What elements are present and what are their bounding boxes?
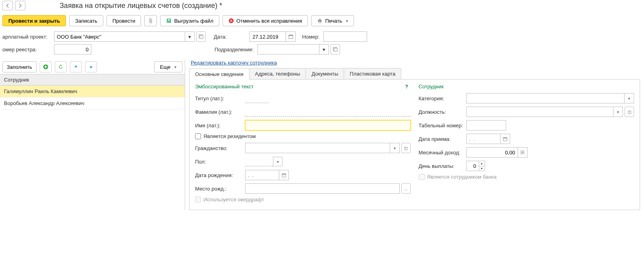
date-calendar-button[interactable]	[286, 31, 296, 42]
add-button[interactable]	[40, 61, 52, 72]
tab-addresses[interactable]: Адреса, телефоны	[249, 68, 306, 79]
svg-rect-10	[334, 48, 337, 51]
attach-button[interactable]	[144, 15, 157, 26]
citizenship-dropdown-button[interactable]: ▾	[390, 143, 400, 153]
emboss-section-title: Эмбоссированный текст?	[195, 84, 411, 90]
cancel-fixes-label: Отменить все исправления	[236, 18, 302, 24]
category-input[interactable]	[466, 93, 625, 103]
position-dropdown-button[interactable]: ▾	[613, 107, 623, 117]
hiredate-input[interactable]	[466, 134, 501, 144]
svg-rect-6	[200, 35, 203, 39]
edit-employee-link[interactable]: Редактировать карточку сотрудника	[189, 60, 277, 68]
move-down-button[interactable]	[85, 61, 97, 72]
category-dropdown-button[interactable]: ▾	[625, 93, 634, 103]
tab-documents[interactable]: Документы	[306, 68, 344, 79]
nav-forward-button[interactable]	[15, 1, 25, 10]
post-button[interactable]: Провести	[106, 15, 141, 26]
tab-bar: Основные сведения Адреса, телефоны Докум…	[189, 68, 640, 80]
citizenship-open-button[interactable]: ◫	[401, 143, 411, 153]
payday-up-button[interactable]: ▲	[479, 161, 485, 166]
dept-label: Подразделение:	[215, 47, 253, 53]
svg-rect-13	[282, 173, 286, 174]
gender-dropdown-button[interactable]: ▾	[273, 157, 282, 166]
citizenship-label: Гражданство:	[195, 145, 242, 151]
move-up-button[interactable]	[70, 61, 82, 72]
employee-section-title: Сотрудник	[419, 84, 634, 90]
surname-input[interactable]	[245, 107, 411, 117]
dept-dropdown-button[interactable]: ▾	[319, 44, 329, 55]
tabnum-label: Табельный номер:	[419, 123, 463, 129]
tab-main[interactable]: Основные сведения	[189, 68, 249, 80]
date-input[interactable]	[249, 31, 286, 42]
registry-label: омер реестра:	[2, 47, 50, 53]
overdraft-checkbox	[195, 197, 201, 203]
overdraft-label: Используется овердрафт	[203, 197, 264, 203]
hiredate-label: Дата приема:	[419, 136, 463, 142]
help-icon[interactable]: ?	[405, 84, 408, 90]
project-input[interactable]	[54, 31, 185, 42]
position-input[interactable]	[466, 107, 614, 117]
birthdate-input[interactable]	[245, 170, 279, 180]
citizenship-input[interactable]	[245, 143, 390, 153]
employee-column-header[interactable]: Сотрудник	[0, 74, 185, 86]
payday-input[interactable]	[466, 161, 479, 171]
svg-rect-15	[503, 137, 507, 138]
tabnum-input[interactable]	[466, 120, 506, 130]
birthplace-more-button[interactable]: …	[401, 183, 411, 194]
category-label: Категория:	[419, 95, 463, 101]
gender-input[interactable]	[245, 157, 273, 166]
number-label: Номер:	[302, 34, 319, 40]
income-calc-button[interactable]	[518, 147, 528, 158]
position-label: Должность:	[419, 109, 463, 115]
name-input[interactable]	[245, 120, 411, 130]
birthdate-calendar-button[interactable]	[279, 170, 289, 180]
title-input[interactable]	[245, 93, 269, 103]
surname-label: Фамилия (лат.):	[195, 109, 242, 115]
resident-label: Является резидентом	[203, 133, 256, 139]
birthplace-label: Место рожд.:	[195, 186, 242, 192]
registry-input[interactable]	[54, 44, 91, 55]
project-dropdown-button[interactable]: ▾	[185, 31, 195, 42]
save-button[interactable]: Записать	[69, 15, 103, 26]
print-label: Печать	[325, 18, 342, 24]
print-button[interactable]: Печать	[311, 15, 354, 26]
refresh-button[interactable]	[55, 61, 67, 72]
svg-rect-4	[319, 21, 321, 23]
dept-input[interactable]	[257, 44, 319, 55]
svg-rect-3	[319, 19, 321, 20]
name-label: Имя (лат.):	[195, 123, 242, 129]
income-input[interactable]	[466, 147, 518, 158]
employee-list-panel: Заполнить Еще Сотрудник Галимуллин Раиль…	[0, 60, 185, 210]
upload-file-label: Выгрузить файл	[174, 18, 213, 24]
bank-employee-label: Является сотрудником банка	[427, 174, 497, 180]
upload-file-button[interactable]: Выгрузить файл	[160, 15, 219, 26]
nav-back-button[interactable]	[2, 1, 13, 10]
page-title: Заявка на открытие лицевых счетов (созда…	[60, 2, 222, 10]
fill-button[interactable]: Заполнить	[2, 61, 37, 72]
project-label: арплатный проект:	[2, 34, 50, 40]
more-button[interactable]: Еще	[154, 61, 182, 72]
project-open-button[interactable]	[196, 31, 206, 42]
cancel-fixes-button[interactable]: Отменить все исправления	[222, 15, 308, 26]
title-label: Титул (лат.):	[195, 95, 242, 101]
birthdate-label: Дата рождения:	[195, 172, 242, 178]
tab-card[interactable]: Пластиковая карта	[344, 68, 401, 79]
position-open-button[interactable]: ◫	[625, 107, 634, 117]
bank-employee-checkbox	[419, 174, 425, 180]
payday-down-button[interactable]: ▼	[479, 166, 485, 171]
svg-rect-8	[289, 35, 293, 36]
hiredate-calendar-button[interactable]	[501, 134, 510, 144]
resident-checkbox[interactable]	[195, 133, 201, 139]
dept-open-button[interactable]	[331, 44, 340, 55]
number-input[interactable]	[323, 31, 367, 42]
employee-row[interactable]: Воробьев Александр Алексеевич	[0, 97, 185, 109]
date-label: Дата:	[214, 34, 226, 40]
payday-label: День выплаты:	[419, 163, 463, 169]
birthplace-input[interactable]	[245, 183, 400, 194]
gender-label: Пол:	[195, 159, 242, 165]
employee-row[interactable]: Галимуллин Раиль Камилевич	[0, 86, 185, 97]
income-label: Месячный доход:	[419, 150, 463, 156]
post-close-button[interactable]: Провести и закрыть	[2, 15, 66, 26]
